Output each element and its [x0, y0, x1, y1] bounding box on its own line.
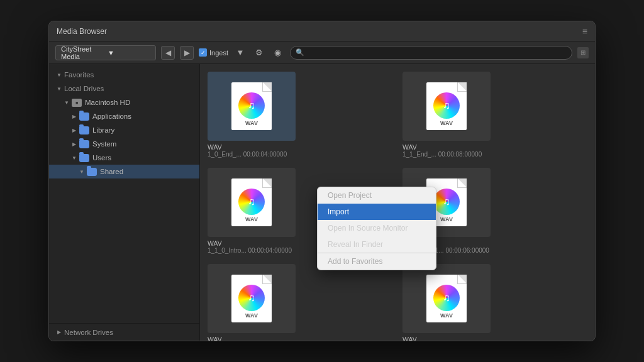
system-folder-icon: [79, 140, 89, 148]
triangle-hd-icon: ▼: [63, 99, 70, 106]
main-content: ▼ Favorites ▼ Local Drives ▼ ■ Macintosh…: [49, 64, 595, 341]
dropdown-arrow-icon: ▼: [108, 49, 150, 57]
sidebar-item-favorites[interactable]: ▼ Favorites: [49, 68, 199, 82]
file-name: WAV: [402, 143, 417, 151]
eye-icon[interactable]: ◉: [271, 46, 285, 60]
sidebar-item-system[interactable]: ▶ System: [49, 137, 199, 151]
titlebar: Media Browser ≡: [49, 21, 595, 41]
back-button[interactable]: ◀: [161, 46, 175, 60]
list-item[interactable]: WAV WAV 1_0_End_... 00:00:04:00000: [208, 72, 392, 158]
sidebar-item-library[interactable]: ▶ Library: [49, 123, 199, 137]
hd-icon: ■: [72, 99, 82, 107]
users-folder-icon: [79, 154, 89, 162]
triangle-icon: ▼: [55, 71, 63, 79]
ctx-reveal-in-finder[interactable]: Reveal In Finder: [318, 236, 436, 253]
filter-icon[interactable]: ▼: [233, 46, 247, 60]
file-name: WAV: [208, 143, 222, 151]
library-label: Library: [92, 126, 114, 134]
file-name: WAV: [208, 336, 222, 341]
wav-file-icon: WAV: [426, 275, 467, 322]
ingest-checkbox[interactable]: ✓: [199, 48, 207, 57]
funnel-icon[interactable]: ⚙: [252, 46, 266, 60]
wav-file-icon: WAV: [231, 82, 272, 130]
sidebar-item-local-drives[interactable]: ▼ Local Drives: [49, 82, 199, 96]
context-menu: Open Project Import Open In Source Monit…: [317, 187, 436, 270]
ctx-open-project[interactable]: Open Project: [318, 187, 436, 204]
triangle-apps-icon: ▶: [70, 112, 78, 120]
triangle-sys-icon: ▶: [70, 140, 78, 148]
triangle-lib-icon: ▶: [70, 126, 78, 134]
list-item[interactable]: WAV WAV 1_1_End_... 00:00:08:00000: [402, 72, 587, 158]
users-label: Users: [92, 154, 111, 162]
local-drives-label: Local Drives: [64, 85, 104, 92]
shared-label: Shared: [100, 168, 123, 175]
library-folder-icon: [79, 126, 89, 134]
sidebar-item-shared[interactable]: ▼ Shared: [49, 165, 199, 178]
macintosh-hd-label: Macintosh HD: [85, 99, 130, 106]
search-icon: 🔍: [296, 48, 304, 57]
content-area: WAV WAV 1_0_End_... 00:00:04:00000: [200, 64, 595, 341]
menu-icon[interactable]: ≡: [582, 26, 587, 36]
wav-file-icon: WAV: [231, 275, 272, 322]
file-name: WAV: [402, 336, 417, 341]
ctx-import[interactable]: Import: [318, 204, 436, 220]
forward-button[interactable]: ▶: [180, 46, 194, 60]
file-info: 1_0_End_... 00:00:04:00000: [208, 151, 287, 158]
search-box[interactable]: 🔍: [290, 46, 572, 60]
ctx-add-to-favorites[interactable]: Add to Favorites: [318, 253, 436, 270]
sidebar-item-applications[interactable]: ▶ Applications: [49, 109, 199, 123]
triangle-network-icon: ▶: [55, 329, 63, 336]
file-thumbnail[interactable]: WAV: [208, 168, 296, 237]
sidebar-item-network-drives[interactable]: ▶ Network Drives: [49, 323, 199, 341]
sidebar-item-macintosh-hd[interactable]: ▼ ■ Macintosh HD: [49, 96, 199, 109]
list-item[interactable]: WAV WAV 1_1_0_Part2... 00:00:08:00000: [402, 264, 587, 341]
toolbar: CityStreet Media ▼ ◀ ▶ ✓ Ingest ▼ ⚙ ◉ 🔍 …: [49, 41, 595, 64]
wav-file-icon: WAV: [426, 82, 467, 130]
system-label: System: [92, 140, 116, 148]
workspace-dropdown-label: CityStreet Media: [61, 45, 104, 60]
workspace-dropdown[interactable]: CityStreet Media ▼: [55, 45, 156, 60]
sidebar-item-users[interactable]: ▼ Users: [49, 151, 199, 165]
window-title: Media Browser: [57, 27, 107, 36]
triangle-shared-icon: ▼: [78, 168, 86, 175]
file-thumbnail[interactable]: WAV: [402, 264, 491, 333]
sidebar: ▼ Favorites ▼ Local Drives ▼ ■ Macintosh…: [49, 64, 200, 341]
ingest-toggle[interactable]: ✓ Ingest: [199, 48, 228, 57]
file-name: WAV: [208, 239, 222, 247]
file-info: 1_1_0_Intro... 00:00:04:00000: [208, 247, 292, 254]
wav-file-icon: WAV: [231, 178, 272, 226]
file-thumbnail[interactable]: WAV: [208, 72, 296, 141]
favorites-label: Favorites: [64, 71, 94, 79]
triangle-users-icon: ▼: [70, 154, 78, 162]
applications-folder-icon: [79, 112, 89, 121]
shared-folder-icon: [87, 168, 97, 176]
file-thumbnail[interactable]: WAV: [208, 264, 296, 333]
grid-view-button[interactable]: ⊞: [577, 47, 589, 58]
triangle-expand-icon: ▼: [55, 85, 63, 92]
media-browser-window: Media Browser ≡ CityStreet Media ▼ ◀ ▶ ✓…: [48, 21, 596, 341]
search-input[interactable]: [307, 49, 567, 57]
file-thumbnail[interactable]: WAV: [402, 72, 491, 141]
file-info: 1_1_End_... 00:00:08:00000: [402, 151, 482, 158]
network-drives-label: Network Drives: [64, 329, 113, 336]
ctx-open-source-monitor[interactable]: Open In Source Monitor: [318, 220, 436, 236]
list-item[interactable]: WAV WAV 1_1_0_Part1... 00:00:08:00000: [208, 264, 392, 341]
ingest-label: Ingest: [209, 49, 228, 57]
applications-label: Applications: [92, 112, 131, 120]
